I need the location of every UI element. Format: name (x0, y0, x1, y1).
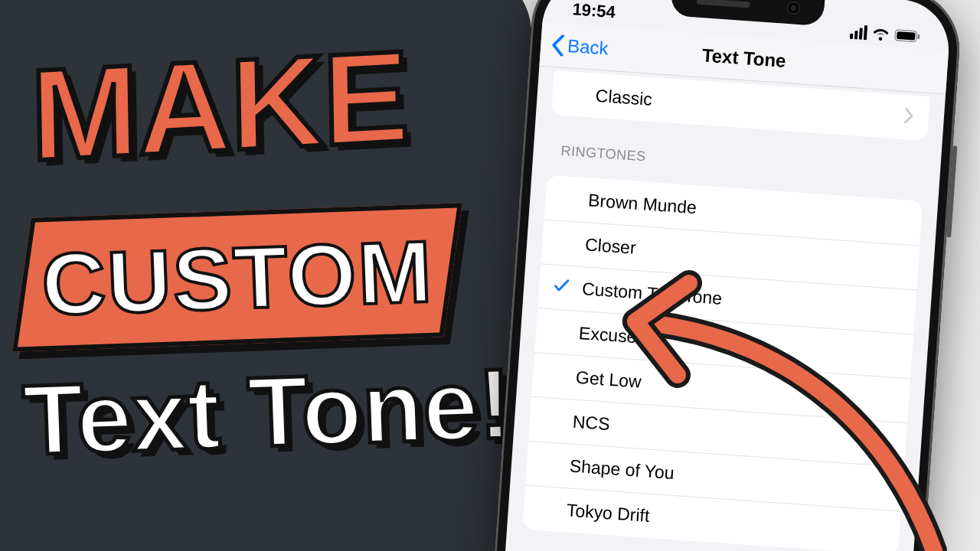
status-time: 19:54 (572, 0, 616, 22)
settings-scroll[interactable]: Classic RINGTONES Brown MundeCloserCusto… (507, 69, 946, 551)
cellular-icon (850, 24, 867, 40)
ringtone-label: Get Low (575, 367, 642, 393)
ringtone-label: Excuses (578, 323, 646, 348)
phone-screen: 19:54 Back Text Tone (488, 0, 952, 551)
battery-icon (894, 28, 921, 42)
ringtone-label: Closer (584, 234, 636, 259)
headline-custom-plate: CUSTOM (12, 203, 462, 351)
headline-make: MAKE (30, 34, 461, 174)
svg-rect-1 (897, 31, 916, 40)
phone-frame: 19:54 Back Text Tone (476, 0, 964, 551)
ringtone-label: NCS (572, 412, 610, 435)
headline-custom: CUSTOM (40, 220, 435, 334)
svg-rect-2 (918, 34, 920, 38)
headline-texttone: Text Tone! (21, 359, 513, 465)
back-label: Back (567, 35, 609, 60)
headline-block: MAKE CUSTOM Text Tone! (31, 46, 459, 163)
chevron-right-icon (903, 106, 914, 128)
row-label: Classic (595, 85, 653, 109)
ringtone-label: Tokyo Drift (566, 500, 650, 527)
page-title: Text Tone (701, 44, 786, 72)
checkmark-icon (552, 276, 570, 298)
ringtone-label: Brown Munde (587, 190, 697, 218)
chevron-left-icon (550, 34, 565, 56)
wifi-icon (871, 26, 890, 41)
back-button[interactable]: Back (550, 23, 609, 70)
ringtone-label: Custom Text Tone (581, 279, 723, 309)
ringtone-label: Shape of You (569, 456, 675, 484)
ringtones-card: Brown MundeCloserCustom Text ToneExcuses… (522, 175, 923, 551)
